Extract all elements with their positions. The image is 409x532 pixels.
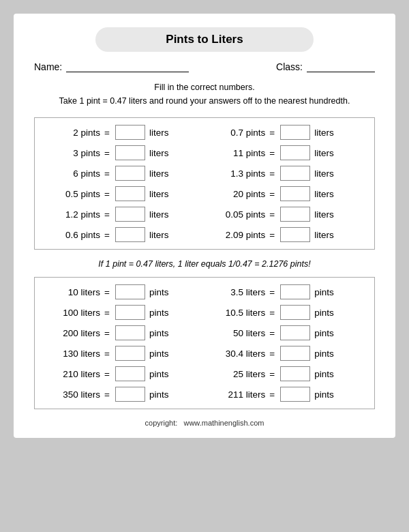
table-row: 6 pints=liters1.3 pints=liters: [46, 166, 363, 181]
unit-label: pints: [314, 389, 335, 400]
quantity-label: 6 pints: [46, 168, 100, 179]
answer-box[interactable]: [280, 125, 310, 140]
name-label: Name:: [34, 61, 62, 72]
unit-label: pints: [314, 287, 335, 297]
answer-box[interactable]: [115, 284, 145, 299]
unit-label: liters: [314, 189, 335, 199]
unit-label: pints: [149, 349, 170, 359]
equals-sign: =: [269, 148, 276, 158]
table-row: 10 liters=pints3.5 liters=pints: [46, 284, 363, 299]
quantity-label: 10 liters: [46, 287, 100, 297]
equals-sign: =: [104, 230, 111, 240]
answer-box[interactable]: [115, 305, 145, 320]
quantity-label: 3.5 liters: [211, 287, 265, 297]
quantity-label: 130 liters: [46, 349, 100, 359]
unit-label: liters: [149, 128, 170, 138]
equals-sign: =: [104, 148, 111, 158]
equals-sign: =: [104, 209, 111, 220]
name-input-line[interactable]: [66, 61, 189, 72]
equals-sign: =: [104, 168, 111, 179]
quantity-label: 1.3 pints: [211, 168, 265, 179]
table-row: 350 liters=pints211 liters=pints: [46, 387, 363, 402]
quantity-label: 210 liters: [46, 369, 100, 379]
unit-label: pints: [149, 308, 170, 318]
equals-sign: =: [104, 189, 111, 199]
answer-box[interactable]: [280, 166, 310, 181]
note-line: If 1 pint = 0.47 liters, 1 liter equals …: [34, 259, 375, 269]
table-row: 210 liters=pints25 liters=pints: [46, 366, 363, 381]
quantity-label: 0.7 pints: [211, 128, 265, 138]
equals-sign: =: [104, 369, 111, 379]
equals-sign: =: [104, 389, 111, 400]
answer-box[interactable]: [280, 207, 310, 222]
quantity-label: 0.05 pints: [211, 209, 265, 220]
copyright-line: copyright: www.mathinenglish.com: [34, 419, 375, 427]
answer-box[interactable]: [280, 305, 310, 320]
quantity-label: 20 pints: [211, 189, 265, 199]
unit-label: liters: [314, 230, 335, 240]
equals-sign: =: [104, 328, 111, 338]
quantity-label: 350 liters: [46, 389, 100, 400]
quantity-label: 25 liters: [211, 369, 265, 379]
unit-label: pints: [149, 369, 170, 379]
equals-sign: =: [269, 189, 276, 199]
answer-box[interactable]: [115, 166, 145, 181]
answer-box[interactable]: [115, 186, 145, 201]
equals-sign: =: [269, 230, 276, 240]
class-label: Class:: [276, 61, 303, 72]
quantity-label: 0.5 pints: [46, 189, 100, 199]
answer-box[interactable]: [280, 366, 310, 381]
table-row: 0.6 pints=liters2.09 pints=liters: [46, 227, 363, 242]
answer-box[interactable]: [280, 387, 310, 402]
table-row: 1.2 pints=liters0.05 pints=liters: [46, 207, 363, 222]
quantity-label: 211 liters: [211, 389, 265, 400]
equals-sign: =: [269, 287, 276, 297]
unit-label: pints: [314, 308, 335, 318]
table-row: 100 liters=pints10.5 liters=pints: [46, 305, 363, 320]
answer-box[interactable]: [280, 284, 310, 299]
equals-sign: =: [104, 308, 111, 318]
answer-box[interactable]: [115, 207, 145, 222]
answer-box[interactable]: [115, 346, 145, 361]
equals-sign: =: [104, 287, 111, 297]
equals-sign: =: [269, 209, 276, 220]
answer-box[interactable]: [115, 227, 145, 242]
equals-sign: =: [269, 349, 276, 359]
quantity-label: 2 pints: [46, 128, 100, 138]
answer-box[interactable]: [280, 325, 310, 340]
class-input-line[interactable]: [307, 61, 375, 72]
quantity-label: 30.4 liters: [211, 349, 265, 359]
worksheet-page: Pints to Liters Name: Class: Fill in the…: [14, 14, 395, 438]
quantity-label: 0.6 pints: [46, 230, 100, 240]
answer-box[interactable]: [280, 145, 310, 160]
equals-sign: =: [269, 389, 276, 400]
liters-section: 10 liters=pints3.5 liters=pints100 liter…: [34, 277, 375, 409]
answer-box[interactable]: [115, 387, 145, 402]
answer-box[interactable]: [115, 366, 145, 381]
answer-box[interactable]: [280, 346, 310, 361]
unit-label: liters: [149, 209, 170, 220]
unit-label: liters: [149, 168, 170, 179]
table-row: 200 liters=pints50 liters=pints: [46, 325, 363, 340]
unit-label: liters: [314, 148, 335, 158]
instruction-line2: Take 1 pint = 0.47 liters and round your…: [34, 94, 375, 108]
answer-box[interactable]: [280, 186, 310, 201]
unit-label: liters: [314, 168, 335, 179]
equals-sign: =: [104, 349, 111, 359]
answer-box[interactable]: [115, 145, 145, 160]
unit-label: liters: [314, 209, 335, 220]
quantity-label: 50 liters: [211, 328, 265, 338]
quantity-label: 100 liters: [46, 308, 100, 318]
equals-sign: =: [269, 308, 276, 318]
name-class-row: Name: Class:: [34, 61, 375, 72]
table-row: 2 pints=liters0.7 pints=liters: [46, 125, 363, 140]
answer-box[interactable]: [280, 227, 310, 242]
answer-box[interactable]: [115, 125, 145, 140]
unit-label: pints: [314, 349, 335, 359]
name-field: Name:: [34, 61, 189, 72]
quantity-label: 3 pints: [46, 148, 100, 158]
unit-label: liters: [149, 189, 170, 199]
answer-box[interactable]: [115, 325, 145, 340]
class-field: Class:: [276, 61, 375, 72]
unit-label: pints: [314, 369, 335, 379]
